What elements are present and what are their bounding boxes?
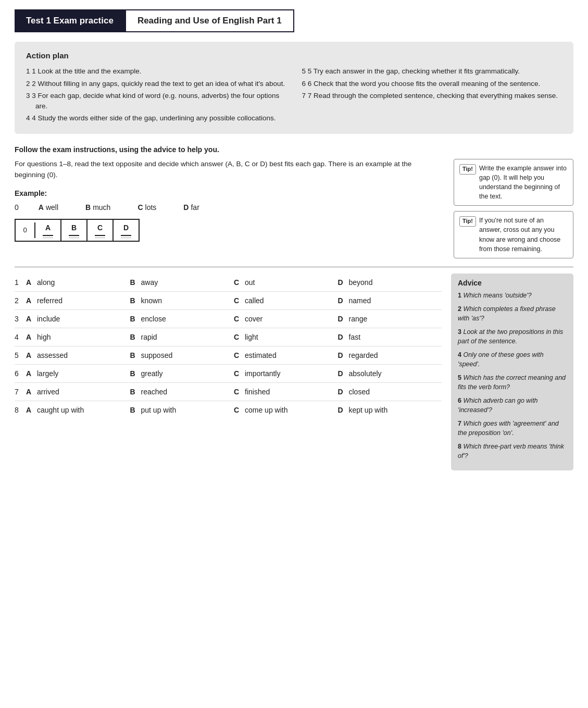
advice-num: 4 (458, 351, 461, 358)
question-option: Clight (234, 333, 338, 341)
q-opt-text: reached (141, 388, 168, 396)
question-option: Acaught up with (26, 406, 130, 414)
option-letter: D (183, 202, 189, 214)
answer-grid-cell: D (114, 220, 139, 241)
question-option: Dclosed (338, 388, 442, 396)
example-title: Example: (15, 188, 443, 200)
question-row: 5AassessedBsupposedCestimatedDregarded (15, 346, 442, 365)
question-options: AlargelyBgreatlyCimportantlyDabsolutely (26, 369, 442, 378)
option-text: well (46, 202, 58, 214)
question-option: Dfast (338, 333, 442, 341)
q-opt-text: include (37, 315, 60, 323)
q-opt-text: enclose (141, 315, 166, 323)
advice-item: 4 Only one of these goes with 'speed'. (458, 351, 567, 369)
q-opt-text: regarded (349, 351, 378, 359)
advice-num: 5 (458, 374, 461, 381)
tip-text: Write the example answer into gap (0). I… (479, 164, 568, 202)
q-opt-letter: C (234, 406, 242, 414)
q-opt-letter: C (234, 388, 242, 396)
advice-box: Advice 1 Which means 'outside'?2 Which c… (451, 274, 573, 471)
header-left: Test 1 Exam practice (15, 9, 125, 32)
action-plan-columns: 1 Look at the title and the example.2 Wi… (26, 65, 562, 125)
q-opt-letter: C (234, 369, 242, 378)
advice-item: 3 Look at the two prepositions in this p… (458, 328, 567, 346)
question-options: AassessedBsupposedCestimatedDregarded (26, 351, 442, 359)
example-row: 0A wellB muchC lotsD far (15, 202, 443, 214)
advice-text: Which completes a fixed phrase with 'as'… (458, 305, 556, 322)
advice-item: 6 Which adverb can go with 'increased'? (458, 396, 567, 415)
example-option: C lots (137, 202, 156, 214)
advice-title: Advice (458, 279, 567, 287)
q-opt-letter: A (26, 351, 34, 359)
q-opt-letter: C (234, 351, 242, 359)
cell-letter: C (95, 222, 105, 236)
q-opt-text: cover (245, 315, 262, 323)
question-option: Drange (338, 315, 442, 323)
tip-box-group: Tip!Write the example answer into gap (0… (454, 159, 573, 258)
q-opt-text: assessed (37, 351, 68, 359)
header-right: Reading and Use of English Part 1 (125, 9, 294, 32)
answer-grid-cell: A (35, 220, 61, 241)
advice-text: Look at the two prepositions in this par… (458, 328, 563, 345)
action-plan-item: 6 Check that the word you choose fits th… (302, 78, 562, 90)
tip-label: Tip! (459, 164, 476, 175)
question-option: Bgreatly (130, 369, 234, 378)
question-option: Ccome up with (234, 406, 338, 414)
answer-grid-cell: C (87, 220, 114, 241)
cell-letter: D (121, 222, 131, 236)
question-option: Dabsolutely (338, 369, 442, 378)
question-option: Brapid (130, 333, 234, 341)
question-row: 2AreferredBknownCcalledDnamed (15, 292, 442, 310)
question-option: Ainclude (26, 315, 130, 323)
q-opt-text: beyond (349, 278, 373, 287)
question-row: 3AincludeBencloseCcoverDrange (15, 310, 442, 328)
question-number: 1 (15, 278, 26, 287)
answer-grid-cell: B (61, 220, 87, 241)
advice-item: 2 Which completes a fixed phrase with 'a… (458, 305, 567, 323)
q-opt-letter: B (130, 388, 139, 396)
question-row: 7AarrivedBreachedCfinishedDclosed (15, 383, 442, 401)
question-option: Dregarded (338, 351, 442, 359)
q-opt-letter: A (26, 333, 34, 341)
q-opt-text: estimated (245, 351, 277, 359)
answer-grid: 0 ABCD (15, 219, 140, 242)
for-questions-text: For questions 1–8, read the text opposit… (15, 159, 443, 258)
action-plan-item: 1 Look at the title and the example. (26, 65, 286, 78)
example-option: D far (183, 202, 199, 214)
q-opt-letter: A (26, 315, 34, 323)
option-letter: C (137, 202, 143, 214)
advice-text: Which adverb can go with 'increased'? (458, 397, 538, 414)
q-opt-text: largely (37, 369, 58, 378)
question-options: AarrivedBreachedCfinishedDclosed (26, 388, 442, 396)
question-option: Dbeyond (338, 278, 442, 287)
question-options: AalongBawayCoutDbeyond (26, 278, 442, 287)
question-option: Breached (130, 388, 234, 396)
q-opt-letter: D (338, 351, 346, 359)
question-option: Cestimated (234, 351, 338, 359)
question-option: Baway (130, 278, 234, 287)
advice-text: Which means 'outside'? (463, 292, 531, 299)
q-opt-text: referred (37, 296, 62, 305)
q-opt-text: importantly (245, 369, 280, 378)
q-opt-text: called (245, 296, 264, 305)
q-opt-letter: D (338, 315, 346, 323)
q-opt-letter: B (130, 406, 139, 414)
questions-section: 1AalongBawayCoutDbeyond2AreferredBknownC… (15, 274, 573, 471)
q-opt-letter: D (338, 333, 346, 341)
header-title-right: Reading and Use of English Part 1 (137, 16, 282, 26)
question-number: 5 (15, 351, 26, 359)
q-opt-text: finished (245, 388, 270, 396)
q-opt-letter: B (130, 315, 139, 323)
q-opt-text: absolutely (349, 369, 382, 378)
q-opt-letter: B (130, 278, 139, 287)
q-opt-text: named (349, 296, 371, 305)
question-row: 1AalongBawayCoutDbeyond (15, 274, 442, 292)
question-option: Cfinished (234, 388, 338, 396)
question-option: Dnamed (338, 296, 442, 305)
q-opt-text: caught up with (37, 406, 84, 414)
question-option: Aassessed (26, 351, 130, 359)
advice-item: 8 Which three-part verb means 'think of'… (458, 442, 567, 461)
advice-list: 1 Which means 'outside'?2 Which complete… (458, 291, 567, 461)
action-plan-col2: 5 Try each answer in the gap, checking w… (302, 65, 562, 125)
question-number: 3 (15, 315, 26, 323)
